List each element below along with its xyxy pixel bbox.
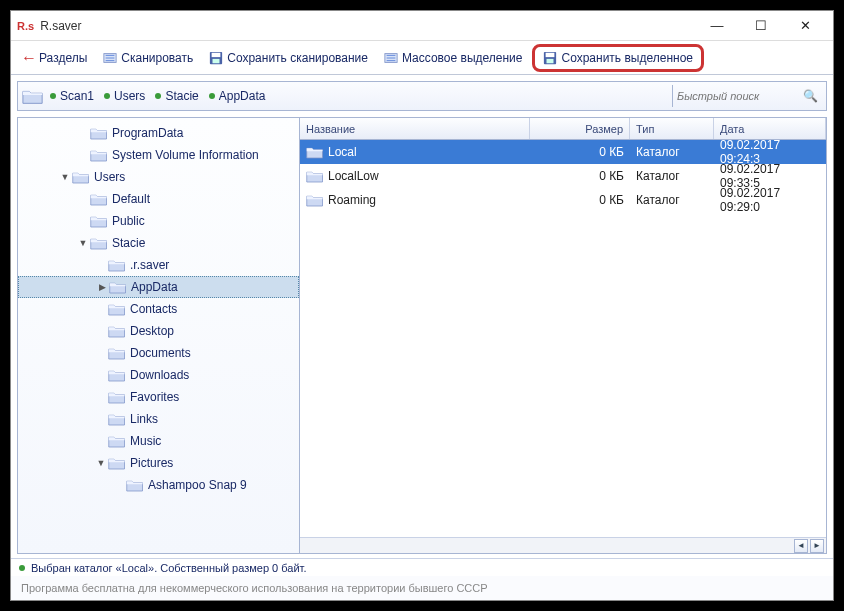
folder-icon [108, 302, 126, 316]
folder-icon [108, 456, 126, 470]
scan-button[interactable]: Сканировать [97, 48, 199, 68]
folder-icon [306, 169, 324, 183]
tree-item-label: .r.saver [130, 258, 169, 272]
folder-icon [109, 280, 127, 294]
list-row[interactable]: LocalLow0 КБКаталог09.02.2017 09:33:5 [300, 164, 826, 188]
folder-icon [108, 346, 126, 360]
path-segment-label: Stacie [165, 89, 198, 103]
tree-item-label: Ashampoo Snap 9 [148, 478, 247, 492]
tree-item[interactable]: Favorites [18, 386, 299, 408]
folder-icon [90, 214, 108, 228]
save-selected-label: Сохранить выделенное [561, 51, 693, 65]
search-icon[interactable]: 🔍 [803, 89, 818, 103]
mass-select-button[interactable]: Массовое выделение [378, 48, 529, 68]
row-size: 0 КБ [530, 193, 630, 207]
horizontal-scrollbar[interactable]: ◄ ► [300, 537, 826, 553]
folder-icon [126, 478, 144, 492]
search-box: 🔍 [672, 85, 822, 107]
path-segment[interactable]: Scan1 [50, 89, 94, 103]
maximize-button[interactable]: ☐ [739, 12, 783, 40]
tree-item[interactable]: ▼Pictures [18, 452, 299, 474]
folder-icon [306, 193, 324, 207]
col-header-type[interactable]: Тип [630, 118, 714, 139]
tree-item-label: Default [112, 192, 150, 206]
app-logo: R.s [17, 20, 34, 32]
titlebar: R.s R.saver — ☐ ✕ [11, 11, 833, 41]
tree-expand-icon[interactable]: ▼ [94, 458, 108, 468]
save-icon [209, 51, 223, 65]
back-button[interactable]: ← Разделы [15, 46, 93, 70]
col-header-date[interactable]: Дата [714, 118, 826, 139]
tree-item[interactable]: Default [18, 188, 299, 210]
tree-item[interactable]: ▼Users [18, 166, 299, 188]
folder-icon [108, 324, 126, 338]
col-header-name[interactable]: Название [300, 118, 530, 139]
tree-item-label: Favorites [130, 390, 179, 404]
save-scan-label: Сохранить сканирование [227, 51, 368, 65]
scroll-right-button[interactable]: ► [810, 539, 824, 553]
folder-icon [90, 236, 108, 250]
tree-item[interactable]: Ashampoo Snap 9 [18, 474, 299, 496]
list-body[interactable]: Local0 КБКаталог09.02.2017 09:24:3LocalL… [300, 140, 826, 537]
scroll-left-button[interactable]: ◄ [794, 539, 808, 553]
tree-item[interactable]: ▼Stacie [18, 232, 299, 254]
folder-icon [72, 170, 90, 184]
tree-item-label: Documents [130, 346, 191, 360]
statusbar: Выбран каталог «Local». Собственный разм… [11, 558, 833, 576]
status-dot-icon [19, 565, 25, 571]
tree-item-label: Downloads [130, 368, 189, 382]
row-type: Каталог [630, 145, 714, 159]
list-row[interactable]: Roaming0 КБКаталог09.02.2017 09:29:0 [300, 188, 826, 212]
tree-item-label: Music [130, 434, 161, 448]
tree-item[interactable]: .r.saver [18, 254, 299, 276]
list-header: Название Размер Тип Дата [300, 118, 826, 140]
save-selected-button[interactable]: Сохранить выделенное [532, 44, 704, 72]
tree-expand-icon[interactable]: ▼ [58, 172, 72, 182]
col-header-size[interactable]: Размер [530, 118, 630, 139]
tree-item-label: Users [94, 170, 125, 184]
tree-item[interactable]: Contacts [18, 298, 299, 320]
tree-item[interactable]: Public [18, 210, 299, 232]
scan-label: Сканировать [121, 51, 193, 65]
tree-item-label: Pictures [130, 456, 173, 470]
tree-item[interactable]: Links [18, 408, 299, 430]
path-segment[interactable]: AppData [209, 89, 266, 103]
toolbar: ← Разделы Сканировать Сохранить сканиров… [11, 41, 833, 75]
row-type: Каталог [630, 193, 714, 207]
tree-item[interactable]: ▶AppData [18, 276, 299, 298]
folder-icon [108, 368, 126, 382]
tree-item[interactable]: ProgramData [18, 122, 299, 144]
row-size: 0 КБ [530, 145, 630, 159]
status-text: Выбран каталог «Local». Собственный разм… [31, 562, 306, 574]
folder-icon [108, 434, 126, 448]
folder-icon [90, 126, 108, 140]
back-arrow-icon: ← [21, 49, 37, 67]
tree-item[interactable]: System Volume Information [18, 144, 299, 166]
tree-item[interactable]: Music [18, 430, 299, 452]
mass-select-label: Массовое выделение [402, 51, 523, 65]
folder-icon [108, 390, 126, 404]
file-list: Название Размер Тип Дата Local0 КБКатало… [300, 118, 826, 553]
tree-expand-icon[interactable]: ▼ [76, 238, 90, 248]
folder-tree[interactable]: ProgramDataSystem Volume Information▼Use… [18, 118, 300, 553]
minimize-button[interactable]: — [695, 12, 739, 40]
tree-item-label: System Volume Information [112, 148, 259, 162]
tree-item-label: AppData [131, 280, 178, 294]
path-segment[interactable]: Stacie [155, 89, 198, 103]
folder-icon [306, 145, 324, 159]
save-scan-button[interactable]: Сохранить сканирование [203, 48, 374, 68]
tree-item[interactable]: Documents [18, 342, 299, 364]
path-segment[interactable]: Users [104, 89, 145, 103]
row-name: Roaming [328, 193, 376, 207]
tree-item[interactable]: Desktop [18, 320, 299, 342]
row-name: Local [328, 145, 357, 159]
tree-item[interactable]: Downloads [18, 364, 299, 386]
search-input[interactable] [677, 90, 797, 102]
app-title: R.saver [40, 19, 81, 33]
path-segment-label: AppData [219, 89, 266, 103]
pathbar: Scan1UsersStacieAppData 🔍 [17, 81, 827, 111]
pathbar-folder-icon [22, 87, 44, 105]
close-button[interactable]: ✕ [783, 12, 827, 40]
list-row[interactable]: Local0 КБКаталог09.02.2017 09:24:3 [300, 140, 826, 164]
tree-expand-icon[interactable]: ▶ [95, 282, 109, 292]
